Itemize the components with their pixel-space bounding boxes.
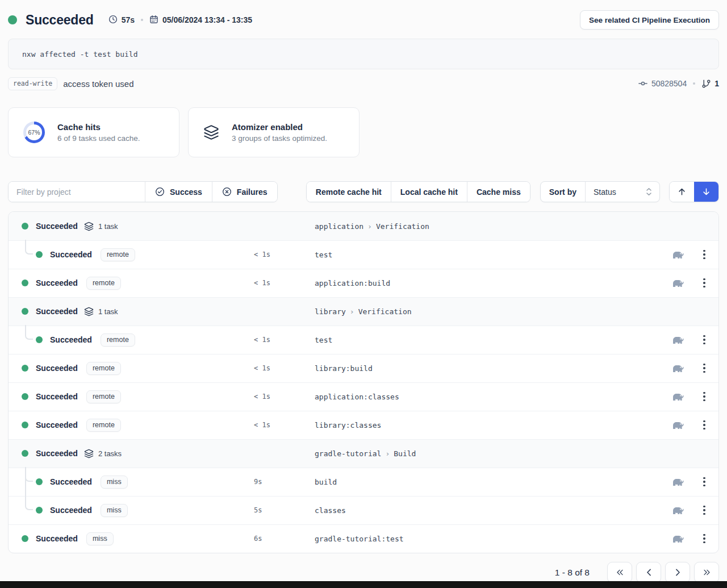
- related-ci-pipeline-button[interactable]: See related CI Pipeline Execution: [580, 10, 719, 30]
- chevron-right-icon: ›: [385, 449, 390, 458]
- task-row[interactable]: Succeededremote< 1sapplication:build: [9, 269, 718, 297]
- row-status-area: Succeededmiss: [9, 504, 254, 517]
- project-filter-group: Success Failures: [8, 181, 278, 202]
- tree-connector-icon: [25, 240, 33, 255]
- gradle-icon[interactable]: [672, 534, 684, 543]
- cache-hits-percent: 67%: [28, 129, 40, 136]
- kebab-menu-icon[interactable]: [701, 390, 708, 404]
- cache-hits-ring: 67%: [23, 122, 45, 143]
- gradle-icon[interactable]: [672, 364, 684, 373]
- sort-select[interactable]: Status: [586, 182, 659, 202]
- kebab-menu-icon[interactable]: [701, 248, 708, 262]
- sort-descending-button[interactable]: [694, 182, 718, 202]
- row-status-area: Succeeded1 task: [9, 307, 254, 316]
- failures-filter-label: Failures: [237, 187, 268, 197]
- last-page-button[interactable]: [694, 562, 719, 583]
- row-status-area: Succeededremote: [9, 248, 254, 261]
- task-row[interactable]: Succeededremote< 1stest: [9, 240, 718, 269]
- layers-icon: [203, 124, 219, 140]
- status-dot: [22, 535, 28, 542]
- task-name: application:build: [315, 279, 672, 287]
- cache-filter-group: Remote cache hit Local cache hit Cache m…: [306, 181, 530, 202]
- local-cache-hit-button[interactable]: Local cache hit: [391, 182, 467, 202]
- row-status-area: Succeededmiss: [9, 476, 254, 489]
- task-duration: < 1s: [254, 279, 315, 287]
- status-dot: [8, 15, 17, 24]
- kebab-menu-icon[interactable]: [701, 503, 708, 518]
- group-path: gradle-tutorial›Build: [315, 449, 672, 458]
- pagination-range: 1 - 8 of 8: [555, 568, 590, 578]
- row-icons: [672, 418, 718, 432]
- kebab-menu-icon[interactable]: [701, 333, 708, 347]
- commit-id[interactable]: 50828504: [651, 79, 687, 88]
- task-name: build: [315, 478, 672, 486]
- bottom-bar: [0, 581, 727, 588]
- target-group-name: Verification: [376, 222, 429, 231]
- task-duration: 6s: [254, 535, 315, 543]
- task-duration: < 1s: [254, 421, 315, 429]
- cache-status-badge: miss: [86, 532, 114, 545]
- chevron-up-down-icon: [645, 187, 653, 197]
- kebab-menu-icon[interactable]: [701, 276, 708, 290]
- gradle-icon[interactable]: [672, 250, 684, 259]
- task-duration: 9s: [254, 478, 315, 486]
- sort-ascending-button[interactable]: [670, 182, 694, 202]
- row-status-label: Succeeded: [36, 222, 78, 231]
- task-name: library:build: [315, 364, 672, 373]
- chevron-right-icon: [673, 568, 683, 577]
- task-row[interactable]: Succeededmiss5sclasses: [9, 496, 718, 524]
- group-path: library›Verification: [315, 307, 672, 316]
- arrow-down-icon: [701, 187, 711, 197]
- failures-filter-button[interactable]: Failures: [212, 182, 277, 202]
- task-row[interactable]: Succeededmiss9sbuild: [9, 468, 718, 496]
- project-filter-input[interactable]: [9, 182, 145, 202]
- gradle-icon[interactable]: [672, 335, 684, 344]
- status-dot: [22, 422, 28, 428]
- task-row[interactable]: Succeededremote< 1stest: [9, 326, 718, 354]
- kebab-menu-icon[interactable]: [701, 532, 708, 546]
- project-name: application: [315, 222, 364, 231]
- run-date-range: 05/06/2024 13:34 - 13:35: [149, 15, 252, 26]
- next-page-button[interactable]: [665, 562, 690, 583]
- kebab-menu-icon[interactable]: [701, 361, 708, 376]
- git-branch-icon: [701, 79, 711, 89]
- task-group-row[interactable]: Succeeded1 taskapplication›Verification: [9, 212, 718, 240]
- gradle-icon[interactable]: [672, 477, 684, 486]
- atomizer-card[interactable]: Atomizer enabled 3 groups of tasks optim…: [188, 107, 360, 157]
- task-name: classes: [315, 506, 672, 515]
- page-title: Succeeded: [26, 12, 94, 28]
- cache-status-badge: remote: [86, 277, 121, 290]
- cache-status-badge: remote: [86, 419, 121, 432]
- row-icons: [672, 248, 718, 262]
- commit-icon: [638, 78, 648, 89]
- task-row[interactable]: Succeededremote< 1slibrary:build: [9, 354, 718, 382]
- gradle-icon[interactable]: [672, 506, 684, 515]
- kebab-menu-icon[interactable]: [701, 418, 708, 432]
- kebab-menu-icon[interactable]: [701, 475, 708, 489]
- previous-page-button[interactable]: [636, 562, 661, 583]
- row-status-label: Succeeded: [50, 506, 92, 515]
- task-row[interactable]: Succeededmiss6sgradle-tutorial:test: [9, 524, 718, 553]
- chevrons-left-icon: [615, 568, 625, 577]
- sort-direction-group: [669, 181, 719, 202]
- success-filter-button[interactable]: Success: [145, 182, 212, 202]
- cache-status-badge: remote: [86, 362, 121, 375]
- gradle-icon[interactable]: [672, 392, 684, 401]
- row-icons: [672, 333, 718, 347]
- project-name: library: [315, 307, 346, 316]
- first-page-button[interactable]: [607, 562, 632, 583]
- cache-hits-card[interactable]: 67% Cache hits 6 of 9 tasks used cache.: [8, 107, 179, 157]
- task-group-row[interactable]: Succeeded1 tasklibrary›Verification: [9, 297, 718, 326]
- gradle-icon[interactable]: [672, 420, 684, 429]
- target-group-name: Build: [394, 449, 416, 458]
- gradle-icon[interactable]: [672, 278, 684, 287]
- cache-miss-button[interactable]: Cache miss: [467, 182, 530, 202]
- layers-icon: [84, 307, 94, 316]
- task-row[interactable]: Succeededremote< 1sapplication:classes: [9, 382, 718, 411]
- status-dot: [22, 393, 28, 400]
- row-status-label: Succeeded: [36, 534, 78, 543]
- task-duration: < 1s: [254, 336, 315, 344]
- task-row[interactable]: Succeededremote< 1slibrary:classes: [9, 411, 718, 439]
- remote-cache-hit-button[interactable]: Remote cache hit: [307, 182, 391, 202]
- task-group-row[interactable]: Succeeded2 tasksgradle-tutorial›Build: [9, 439, 718, 468]
